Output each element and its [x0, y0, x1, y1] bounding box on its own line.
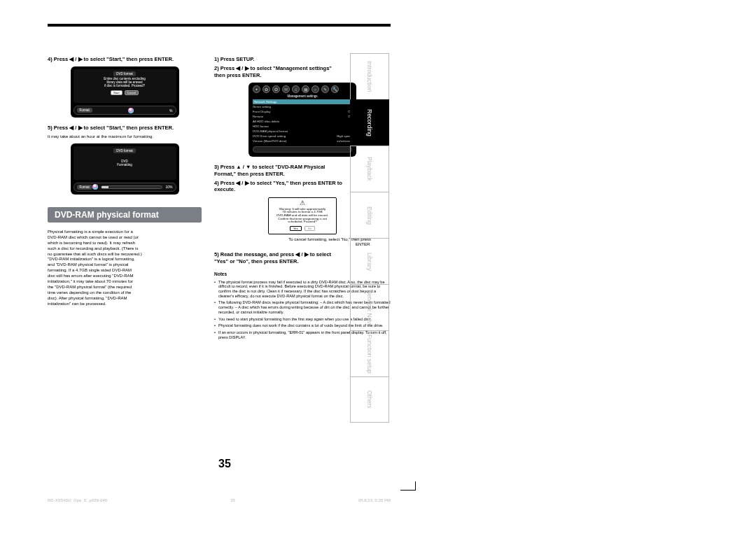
settings-icon: ✦	[253, 85, 260, 93]
osd2-bar-label: Format	[77, 185, 92, 190]
tab-library[interactable]: Library	[350, 238, 389, 284]
mgmt-row: HDD format	[253, 124, 352, 129]
step-5-left: 5) Press ◀ / ▶ to select "Start," then p…	[48, 125, 202, 131]
tab-playback[interactable]: Playback	[350, 146, 389, 192]
warning-icon: ⚠	[272, 200, 333, 206]
settings-icon: ✉	[282, 85, 290, 93]
mgmt-bottom-bar	[253, 146, 352, 153]
step-5-note: It may take about an hour at the maximum…	[48, 134, 202, 139]
osd2-body2: Formatting	[76, 164, 174, 167]
intro-line: initialization," it may take about 70 mi…	[48, 279, 202, 284]
intro-line: such a disc for recording and playback. …	[48, 246, 202, 251]
osd1-bar-label: Format	[77, 108, 92, 113]
mgmt-row: Version (Main/DVD drive)xx/xx/xxxxx	[253, 139, 352, 143]
intro-line: Physical formatting is a simple executio…	[48, 230, 202, 234]
mgmt-row: Network Settings	[253, 99, 352, 104]
footer-left: RD-XS54SU_Ope_E_p029-046	[48, 498, 107, 502]
intro-line: initialization" can be processed.	[48, 302, 202, 306]
footer-right: 05.8.23, 5:25 PM	[358, 498, 391, 502]
warn-yes-button: Yes	[290, 226, 302, 231]
side-tabs: Introduction Recording Playback Editing …	[350, 53, 389, 423]
top-rule	[48, 24, 391, 27]
settings-icon: ▦	[302, 85, 309, 93]
mgmt-title: Management settings	[248, 94, 356, 99]
osd1-pct: %	[169, 108, 172, 113]
disc-icon	[128, 108, 134, 113]
osd1-start-button: Start	[111, 90, 122, 95]
mgmt-row: All HDD titles delete	[253, 119, 352, 124]
osd2-progress	[101, 185, 163, 189]
warn-no-button: No	[304, 226, 315, 231]
footer: RD-XS54SU_Ope_E_p029-046 35 05.8.23, 5:2…	[48, 498, 391, 502]
intro-line: the "DVD-RAM physical format" (the requi…	[48, 285, 202, 290]
mgmt-row: Genre setting	[253, 104, 352, 109]
warning-dialog: ⚠ Warning: It will take approximately 70…	[268, 197, 337, 234]
settings-icon: ☼	[312, 85, 319, 93]
mgmt-row: RemoteOff	[253, 114, 352, 119]
tab-recording[interactable]: Recording	[350, 99, 389, 146]
intro-line: no guarantee that all such discs will be…	[48, 252, 202, 257]
settings-icon: ✿	[262, 85, 270, 93]
section-heading: DVD-RAM physical format	[48, 207, 202, 223]
intro-line: DVD-RAM disc which cannot be used or rea…	[48, 235, 202, 240]
intro-line: "DVD-RAM initialization" is a logical fo…	[48, 257, 202, 262]
osd1-title: DVD format	[113, 71, 136, 76]
tab-function-setup[interactable]: Function setup	[350, 330, 389, 376]
osd-dvd-format-confirm: DVD format Entire disc contents excludin…	[71, 66, 179, 118]
intro-line: which is becoming hard to read). It may …	[48, 241, 202, 246]
osd1-body3: if disc is formatted. Proceed?	[76, 85, 174, 88]
wrench-icon: 🔧	[331, 85, 339, 93]
osd2-title: DVD format	[113, 148, 136, 153]
osd1-cancel-button: Cancel	[125, 90, 139, 95]
mgmt-row: Front DisplayOff	[253, 109, 352, 114]
warn-line: scheduled. Proceed?	[272, 220, 333, 224]
intro-line: disc still has errors after executing "D…	[48, 274, 202, 278]
osd2-pct: 10%	[165, 185, 172, 189]
page-number: 35	[218, 458, 231, 470]
settings-icon: ✎	[321, 85, 329, 93]
settings-icon: ✪	[272, 85, 280, 93]
settings-icon: ♫	[292, 85, 300, 93]
intro-line: time varies depending on the condition o…	[48, 290, 202, 295]
intro-line: formatting. If a 4.7GB single sided DVD-…	[48, 268, 202, 273]
left-column: 4) Press ◀ / ▶ to select "Start," then p…	[48, 56, 202, 341]
step-4-left: 4) Press ◀ / ▶ to select "Start," then p…	[48, 56, 202, 62]
intro-block: Physical formatting is a simple executio…	[48, 230, 202, 306]
crop-mark-icon	[400, 481, 416, 491]
tab-others[interactable]: Others	[350, 376, 389, 423]
intro-line: and "DVD-RAM physical format" is physica…	[48, 262, 202, 267]
mgmt-row: DVD-RAM physical format	[253, 129, 352, 134]
disc-icon	[92, 184, 98, 190]
osd-dvd-format-progress: DVD format DVD Formatting Format 10%	[71, 143, 179, 195]
intro-line: disc). After physical formatting, "DVD-R…	[48, 296, 202, 301]
tab-editing[interactable]: Editing	[350, 192, 389, 238]
tab-network-navi[interactable]: Network Navi	[350, 284, 389, 330]
tab-introduction[interactable]: Introduction	[350, 53, 389, 99]
footer-mid: 35	[230, 498, 235, 502]
mgmt-row: DVD Drive speed settingHigh speed	[253, 134, 352, 139]
page-body: 4) Press ◀ / ▶ to select "Start," then p…	[48, 56, 391, 341]
osd-management-settings: ✦ ✿ ✪ ✉ ♫ ▦ ☼ ✎ 🔧 Management settings Ne…	[248, 83, 356, 157]
